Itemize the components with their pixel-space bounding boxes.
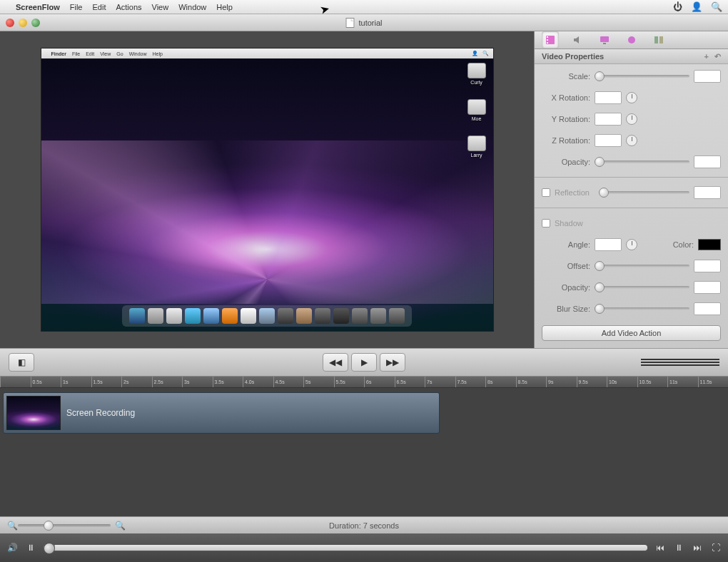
menu-window[interactable]: Window	[178, 3, 206, 11]
timeline-clip[interactable]: Screen Recording	[3, 392, 440, 434]
zoom-button[interactable]	[31, 19, 40, 27]
inner-menubar: Finder File Edit View Go Window Help 👤🔍	[41, 48, 493, 58]
tab-screen[interactable]	[596, 31, 613, 48]
close-button[interactable]	[6, 19, 14, 27]
menu-file[interactable]: File	[70, 3, 83, 11]
angle-dial[interactable]	[626, 239, 637, 250]
offset-slider[interactable]	[595, 265, 689, 267]
angle-label: Angle:	[542, 240, 590, 249]
fullscreen-icon[interactable]: ⛶	[709, 543, 722, 553]
zoom-slider[interactable]	[18, 524, 111, 527]
tab-video[interactable]	[542, 31, 559, 48]
clip-label: Screen Recording	[66, 408, 135, 418]
track-height-control[interactable]	[641, 359, 719, 366]
drive-icon: Curly	[467, 63, 486, 85]
duration-label: Duration: 7 seconds	[329, 521, 399, 530]
menu-edit[interactable]: Edit	[92, 3, 106, 11]
reflection-label: Reflection	[555, 188, 595, 197]
ruler-tick: 11s	[667, 377, 698, 387]
shadow-opacity-label: Opacity:	[542, 283, 590, 292]
ruler-tick: 8.5s	[516, 377, 547, 387]
angle-input[interactable]	[595, 238, 622, 251]
fit-button[interactable]: ◧	[9, 353, 34, 372]
tab-annotations[interactable]	[650, 31, 667, 48]
x-rotation-input[interactable]	[595, 91, 622, 104]
blur-size-input[interactable]	[694, 302, 721, 315]
tab-callout[interactable]	[623, 31, 640, 48]
shadow-color-swatch[interactable]	[698, 239, 721, 250]
ruler-tick: 6s	[364, 377, 395, 387]
next-frame-icon[interactable]: ⏭	[691, 543, 704, 553]
reflection-input[interactable]	[694, 186, 721, 199]
y-rotation-input[interactable]	[595, 113, 622, 126]
opacity-slider[interactable]	[595, 160, 689, 163]
ruler-tick: 7.5s	[455, 377, 486, 387]
offset-input[interactable]	[694, 260, 721, 272]
status-bar: 🔍 🔍 Duration: 7 seconds	[0, 516, 728, 533]
timeline-ruler[interactable]: 0.5s1s1.5s2s2.5s3s3.5s4.0s4.5s5s5.5s6s6.…	[0, 377, 728, 388]
reset-icon[interactable]: ↶	[714, 52, 721, 61]
pause2-icon[interactable]: ⏸	[672, 543, 685, 553]
add-icon[interactable]: +	[704, 52, 709, 61]
ruler-tick: 1.5s	[91, 377, 122, 387]
canvas-area[interactable]: Finder File Edit View Go Window Help 👤🔍 …	[0, 31, 534, 348]
window-titlebar: tutorial	[0, 14, 728, 31]
video-preview[interactable]: Finder File Edit View Go Window Help 👤🔍 …	[41, 48, 494, 332]
ruler-tick: 8s	[485, 377, 516, 387]
opacity-label: Opacity:	[542, 158, 590, 166]
forward-button[interactable]: ▶▶	[380, 353, 405, 372]
app-menu[interactable]: ScreenFlow	[16, 3, 60, 11]
add-video-action-button[interactable]: Add Video Action	[542, 325, 721, 341]
opacity-input[interactable]	[694, 155, 721, 168]
ruler-tick: 5s	[303, 377, 334, 387]
ruler-tick: 1s	[61, 377, 91, 387]
shadow-checkbox[interactable]	[542, 219, 550, 228]
ruler-tick: 2.5s	[152, 377, 183, 387]
scale-input[interactable]	[694, 70, 721, 83]
scrub-bar: 🔊 ⏸ ⏮ ⏸ ⏭ ⛶	[0, 533, 728, 562]
play-button[interactable]: ▶	[351, 353, 377, 372]
document-icon	[345, 18, 354, 28]
menu-actions[interactable]: Actions	[116, 3, 141, 11]
y-rotation-dial[interactable]	[626, 113, 637, 125]
reflection-checkbox[interactable]	[542, 188, 550, 197]
timeline[interactable]: Screen Recording	[0, 388, 728, 516]
svg-rect-1	[547, 36, 548, 38]
scale-slider[interactable]	[595, 75, 689, 78]
user-icon[interactable]: 👤	[691, 1, 702, 12]
prev-frame-icon[interactable]: ⏮	[654, 543, 667, 553]
rewind-button[interactable]: ◀◀	[323, 353, 348, 372]
x-rotation-dial[interactable]	[626, 92, 637, 103]
tab-audio[interactable]	[569, 31, 586, 48]
svg-rect-4	[600, 36, 609, 42]
menu-view[interactable]: View	[152, 3, 169, 11]
blur-size-slider[interactable]	[595, 307, 689, 310]
blur-size-label: Blur Size:	[542, 305, 590, 313]
ruler-tick: 11.5s	[698, 377, 729, 387]
panel-title: Video Properties	[542, 52, 604, 61]
document-title: tutorial	[358, 19, 382, 27]
shadow-opacity-input[interactable]	[694, 281, 721, 294]
ruler-tick: 3s	[182, 377, 213, 387]
x-rotation-label: X Rotation:	[542, 93, 590, 102]
spotlight-icon[interactable]: 🔍	[711, 1, 722, 12]
ruler-tick: 10.5s	[637, 377, 668, 387]
z-rotation-input[interactable]	[595, 134, 622, 147]
zoom-in-icon[interactable]: 🔍	[115, 521, 126, 531]
properties-panel: Video Properties + ↶ Scale: X Rotation: …	[534, 31, 728, 348]
scrub-track[interactable]	[43, 544, 648, 551]
record-icon[interactable]: ⏻	[673, 1, 682, 12]
menu-help[interactable]: Help	[216, 3, 233, 11]
ruler-tick: 6.5s	[395, 377, 425, 387]
zoom-out-icon[interactable]: 🔍	[7, 521, 18, 531]
volume-icon[interactable]: 🔊	[6, 543, 19, 553]
z-rotation-dial[interactable]	[626, 135, 637, 146]
ruler-tick: 4.0s	[243, 377, 273, 387]
shadow-opacity-slider[interactable]	[595, 286, 689, 289]
clip-thumbnail	[6, 396, 61, 430]
desktop-wallpaper	[41, 58, 493, 331]
ruler-tick: 9.5s	[577, 377, 607, 387]
reflection-slider[interactable]	[599, 191, 689, 194]
pause-icon[interactable]: ⏸	[24, 543, 37, 553]
minimize-button[interactable]	[19, 19, 27, 27]
